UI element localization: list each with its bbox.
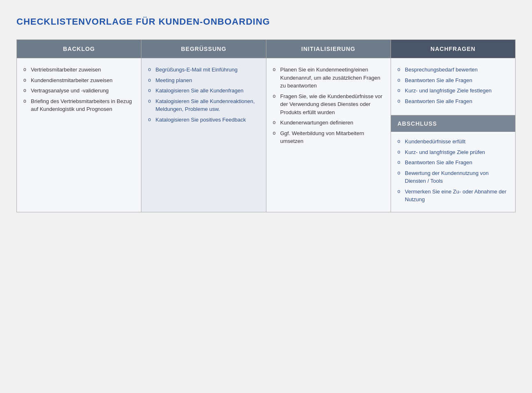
cell-backlog: Vertriebsmitarbeiter zuweisen Kundendien… xyxy=(17,58,141,212)
backlog-list: Vertriebsmitarbeiter zuweisen Kundendien… xyxy=(23,66,134,113)
list-item: Katalogisieren Sie positives Feedback xyxy=(148,116,259,124)
list-item: Kundenbedürfnisse erfüllt xyxy=(398,138,509,146)
list-item: Beantworten Sie alle Fragen xyxy=(398,76,509,85)
initialisierung-list: Planen Sie ein Kundenmeeting/einen Kunde… xyxy=(273,66,384,145)
nachfragen-list: Besprechungsbedarf bewerten Beantworten … xyxy=(398,66,509,105)
checklist-table: BACKLOG BEGRÜSSUNG INITIALISIERUNG NACHF… xyxy=(16,39,516,212)
list-item: Kundendienstmitarbeiter zuweisen xyxy=(23,76,134,85)
list-item: Bewertung der Kundennutzung von Diensten… xyxy=(398,169,509,185)
list-item: Beantworten Sie alle Fragen xyxy=(398,97,509,106)
list-item: Begrüßungs-E-Mail mit Einführung xyxy=(148,66,259,74)
list-item: Vertragsanalyse und -validierung xyxy=(23,87,134,95)
list-item: Kundenerwartungen definieren xyxy=(273,119,384,127)
cell-nachfragen-abschluss: Besprechungsbedarf bewerten Beantworten … xyxy=(391,58,515,212)
begruessung-list: Begrüßungs-E-Mail mit Einführung Meeting… xyxy=(148,66,259,124)
cell-initialisierung: Planen Sie ein Kundenmeeting/einen Kunde… xyxy=(266,58,391,212)
list-item: Kurz- und langfristige Ziele festlegen xyxy=(398,87,509,95)
header-backlog: BACKLOG xyxy=(17,40,141,58)
header-nachfragen: NACHFRAGEN xyxy=(391,40,515,58)
list-item: Vertriebsmitarbeiter zuweisen xyxy=(23,66,134,74)
list-item: Planen Sie ein Kundenmeeting/einen Kunde… xyxy=(273,66,384,90)
list-item: Kurz- und langfristige Ziele prüfen xyxy=(398,148,509,156)
abschluss-list: Kundenbedürfnisse erfüllt Kurz- und lang… xyxy=(398,138,509,204)
list-item: Fragen Sie, wie die Kundenbedürfnisse vo… xyxy=(273,92,384,117)
list-item: Katalogisieren Sie alle Kundenreaktionen… xyxy=(148,97,259,113)
nachfragen-top: Besprechungsbedarf bewerten Beantworten … xyxy=(391,58,515,115)
header-initialisierung: INITIALISIERUNG xyxy=(266,40,391,58)
list-item: Meeting planen xyxy=(148,76,259,85)
list-item: Briefing des Vertriebsmitarbeiters in Be… xyxy=(23,97,134,113)
page-title: CHECKLISTENVORLAGE FÜR KUNDEN-ONBOARDING xyxy=(16,16,516,27)
header-abschluss: ABSCHLUSS xyxy=(391,115,515,132)
list-item: Besprechungsbedarf bewerten xyxy=(398,66,509,74)
cell-begruessung: Begrüßungs-E-Mail mit Einführung Meeting… xyxy=(141,58,266,212)
abschluss-cell: Kundenbedürfnisse erfüllt Kurz- und lang… xyxy=(391,132,515,212)
list-item: Ggf. Weiterbildung von Mitarbeitern umse… xyxy=(273,129,384,145)
list-item: Vermerken Sie eine Zu- oder Abnahme der … xyxy=(398,188,509,204)
header-begruessung: BEGRÜSSUNG xyxy=(141,40,266,58)
list-item: Katalogisieren Sie alle Kundenfragen xyxy=(148,87,259,95)
list-item: Beantworten Sie alle Fragen xyxy=(398,159,509,167)
